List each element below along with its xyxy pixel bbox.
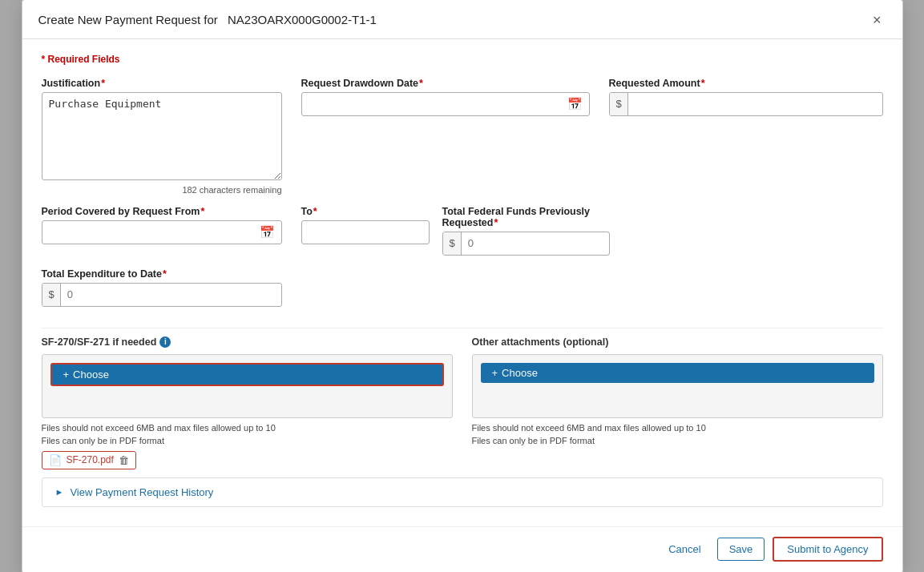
total-federal-funds-group: Total Federal Funds Previously Requested… — [442, 206, 610, 256]
period-to-label: To* — [301, 206, 430, 217]
payment-history-row[interactable]: ► View Payment Request History — [42, 477, 883, 507]
divider — [42, 328, 883, 328]
history-label: View Payment Request History — [70, 486, 213, 498]
submit-to-agency-button[interactable]: Submit to Agency — [773, 537, 882, 562]
sf270-delete-button[interactable]: 🗑 — [119, 454, 129, 466]
modal-grant-id: NA23OARX000G0002-T1-1 — [228, 13, 377, 26]
sf270-file-icon: 📄 — [49, 454, 62, 466]
attachments-section: SF-270/SF-271 if needed i + Choose Files… — [42, 336, 883, 469]
total-federal-funds-input-wrapper: $ — [442, 232, 610, 256]
total-federal-funds-input[interactable] — [462, 232, 609, 255]
justification-label: Justification* — [42, 78, 282, 89]
sf270-file-name: SF-270.pdf — [67, 454, 114, 465]
requested-amount-input-wrapper: $ 1000 — [609, 92, 883, 116]
modal-overlay: Create New Payment Request for NA23OARX0… — [0, 0, 924, 572]
total-expenditure-input[interactable] — [61, 284, 281, 306]
other-attachment-label: Other attachments (optional) — [472, 336, 883, 348]
period-from-label: Period Covered by Request From* — [42, 206, 282, 217]
sf270-hint: Files should not exceed 6MB and max file… — [42, 421, 453, 448]
other-attachment-group: Other attachments (optional) + Choose Fi… — [472, 336, 883, 469]
drawdown-date-input-wrapper: 10/31/2023 📅 — [301, 92, 590, 116]
other-choose-label: Choose — [502, 367, 538, 379]
period-to-input[interactable]: 01/31/2024 — [302, 221, 430, 244]
modal-body: * Required Fields Request Drawdown Date*… — [22, 39, 902, 526]
other-hint: Files should not exceed 6MB and max file… — [472, 421, 883, 448]
justification-textarea[interactable]: Purchase Equipment — [42, 92, 282, 180]
drawdown-date-label: Request Drawdown Date* — [301, 78, 590, 89]
sf270-info-icon[interactable]: i — [159, 336, 171, 348]
total-expenditure-input-wrapper: $ — [42, 283, 282, 307]
period-to-input-wrapper: 01/31/2024 📅 — [301, 220, 430, 244]
sf270-label: SF-270/SF-271 if needed i — [42, 336, 453, 348]
period-from-input-wrapper: 10/31/2023 📅 — [42, 220, 282, 244]
requested-amount-label: Requested Amount* — [609, 78, 883, 89]
drawdown-date-group: Request Drawdown Date* 10/31/2023 📅 — [301, 78, 590, 116]
justification-group: Justification* Purchase Equipment 182 ch… — [42, 78, 282, 195]
sf270-attachment-box: + Choose — [42, 354, 453, 418]
requested-amount-group: Requested Amount* $ 1000 — [609, 78, 883, 116]
sf270-attachment-group: SF-270/SF-271 if needed i + Choose Files… — [42, 336, 453, 469]
char-remaining: 182 characters remaining — [42, 185, 282, 195]
required-fields-note: * Required Fields — [42, 54, 883, 65]
other-choose-button[interactable]: + Choose — [481, 363, 874, 383]
sf270-plus-icon: + — [63, 369, 70, 381]
period-to-group: To* 01/31/2024 📅 — [301, 206, 430, 244]
modal-header: Create New Payment Request for NA23OARX0… — [22, 0, 902, 39]
save-button[interactable]: Save — [717, 538, 765, 561]
period-from-calendar-icon[interactable]: 📅 — [253, 225, 281, 240]
other-attachment-box: + Choose — [472, 354, 883, 418]
total-expenditure-group: Total Expenditure to Date* $ — [42, 268, 282, 307]
total-federal-funds-dollar: $ — [443, 232, 462, 255]
sf270-choose-label: Choose — [73, 369, 109, 381]
cancel-button[interactable]: Cancel — [660, 539, 708, 559]
drawdown-date-calendar-icon[interactable]: 📅 — [561, 97, 589, 111]
total-expenditure-label: Total Expenditure to Date* — [42, 268, 282, 280]
history-chevron-icon: ► — [55, 487, 64, 497]
period-from-group: Period Covered by Request From* 10/31/20… — [42, 206, 282, 244]
modal-title: Create New Payment Request for NA23OARX0… — [38, 13, 377, 26]
period-to-funds-wrapper: To* 01/31/2024 📅 Total Federal Funds Pre… — [301, 206, 590, 267]
payment-request-modal: Create New Payment Request for NA23OARX0… — [22, 0, 903, 572]
modal-title-text: Create New Payment Request for — [38, 13, 218, 26]
modal-footer: Cancel Save Submit to Agency — [22, 526, 902, 573]
total-federal-funds-label: Total Federal Funds Previously Requested… — [442, 206, 610, 228]
period-from-input[interactable]: 10/31/2023 — [42, 221, 253, 244]
total-expenditure-dollar: $ — [42, 284, 61, 306]
sf270-file-item: 📄 SF-270.pdf 🗑 — [42, 451, 136, 469]
requested-amount-input[interactable]: 1000 — [628, 93, 882, 115]
close-button[interactable]: × — [868, 11, 886, 29]
requested-amount-dollar: $ — [610, 93, 628, 115]
sf270-choose-button[interactable]: + Choose — [50, 363, 444, 386]
other-plus-icon: + — [492, 367, 498, 379]
drawdown-date-input[interactable]: 10/31/2023 — [302, 93, 561, 115]
